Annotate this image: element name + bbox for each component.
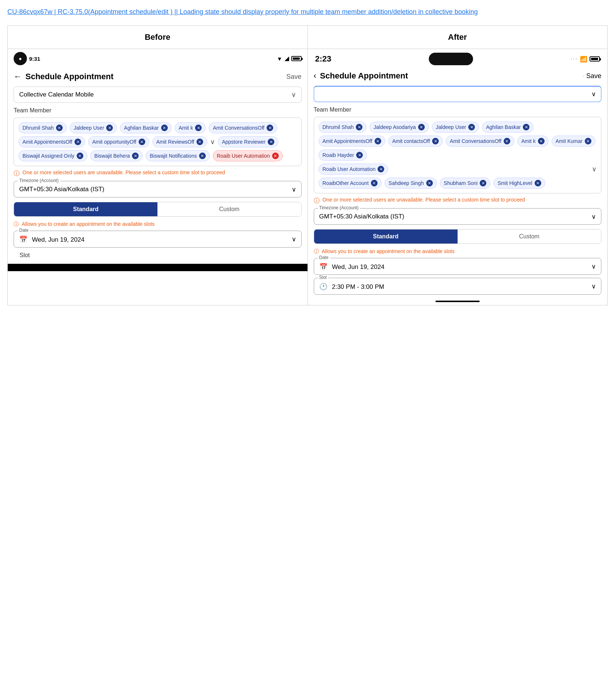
after-chip-roaib-other[interactable]: RoaibOther Account ✕ xyxy=(319,178,382,189)
after-chip-jaldeep-asodariya[interactable]: Jaldeep Asodariya ✕ xyxy=(369,122,428,133)
after-chip-close-amit-appt[interactable]: ✕ xyxy=(375,138,381,144)
after-save-button[interactable]: · Save xyxy=(583,72,601,80)
after-chip-close-jaldeep-asodariya[interactable]: ✕ xyxy=(418,124,425,130)
after-team-expand[interactable]: ∨ xyxy=(592,165,597,173)
before-chip-aghilan[interactable]: Aghilan Baskar ✕ xyxy=(120,122,171,133)
after-date-field[interactable]: Date 📅 Wed, Jun 19, 2024 ∨ xyxy=(314,258,602,275)
after-custom-button[interactable]: Custom xyxy=(458,230,601,244)
after-panel: After 2:23 ··· 📶 ‹ Schedule Appointmen xyxy=(308,26,608,305)
after-chip-label-shubham: Shubham Soni xyxy=(444,180,478,186)
before-avatar: ● xyxy=(14,52,27,65)
after-chip-close-roaib-other[interactable]: ✕ xyxy=(371,180,378,186)
after-chip-close-smit[interactable]: ✕ xyxy=(535,180,541,186)
before-status-bar: ● 9:31 ▼ ◢ xyxy=(8,49,308,68)
before-chip-close-amit-appt[interactable]: ✕ xyxy=(74,139,81,145)
after-chip-amit-contacts[interactable]: Amit contactsOff ✕ xyxy=(388,136,443,147)
after-team-member-label: Team Member xyxy=(308,105,608,115)
before-chip-close-appstore[interactable]: ✕ xyxy=(268,139,274,145)
before-chip-amit-appt[interactable]: Amit AppointmentsOff ✕ xyxy=(18,136,85,147)
before-chip-roaib-error[interactable]: Roaib User Automation ✕ xyxy=(213,150,283,161)
after-chip-shubham[interactable]: Shubham Soni ✕ xyxy=(440,178,491,189)
before-timezone-field[interactable]: Timezone (Account) GMT+05:30 Asia/Kolkat… xyxy=(14,181,302,197)
after-chip-label-aghilan: Aghilan Baskar xyxy=(486,124,521,130)
after-home-indicator xyxy=(435,301,480,302)
before-chip-close-amit-opp[interactable]: ✕ xyxy=(139,139,145,145)
after-app-header: ‹ Schedule Appointment · Save xyxy=(308,67,608,84)
before-chip-amit-opp[interactable]: Amit opportunityOff ✕ xyxy=(88,136,149,147)
after-chip-roaib-automation[interactable]: Roaib User Automation ✕ xyxy=(319,164,389,175)
after-chip-amit-conv[interactable]: Amit ConversationsOff ✕ xyxy=(446,136,514,147)
after-chip-label-roaib-automation: Roaib User Automation xyxy=(323,166,376,172)
after-chip-close-amit-contacts[interactable]: ✕ xyxy=(432,138,439,144)
after-chip-close-amit-kumar[interactable]: ✕ xyxy=(585,138,591,144)
before-team-expand[interactable]: ∨ xyxy=(210,138,215,146)
after-chip-dhrumil[interactable]: Dhrumil Shah ✕ xyxy=(319,122,367,133)
after-timezone-field[interactable]: Timezone (Account) GMT+05:30 Asia/Kolkat… xyxy=(314,208,602,225)
after-chip-aghilan[interactable]: Aghilan Baskar ✕ xyxy=(482,122,534,133)
after-warning-text: One or more selected users are unavailab… xyxy=(323,196,525,204)
after-back-arrow[interactable]: ‹ xyxy=(314,71,316,81)
before-toggle-row: Standard Custom xyxy=(14,202,302,217)
before-chip-label-biswajit-notif: Biswajit Notifications xyxy=(150,153,197,159)
before-chip-close-jaldeep[interactable]: ✕ xyxy=(106,125,113,131)
issue-link[interactable]: CU-86cvqx67w | RC-3.75.0(Appointment sch… xyxy=(7,7,608,17)
before-save-button[interactable]: Save xyxy=(286,73,301,81)
before-chip-biswajit-assigned[interactable]: Biswajit Assigned Only ✕ xyxy=(18,150,87,161)
after-slot-field[interactable]: Slot 🕐 2:30 PM - 3:00 PM ∨ xyxy=(314,278,602,295)
before-chip-close-biswajit-assigned[interactable]: ✕ xyxy=(77,153,83,159)
after-calendar-icon: 📅 xyxy=(319,263,327,270)
after-chip-jaldeep-user[interactable]: Jaldeep User ✕ xyxy=(432,122,479,133)
before-chip-jaldeep-user[interactable]: Jaldeep User ✕ xyxy=(70,122,117,133)
after-chip-close-aghilan[interactable]: ✕ xyxy=(523,124,529,130)
before-team-box: Dhrumil Shah ✕ Jaldeep User ✕ Aghilan Ba… xyxy=(14,118,302,166)
after-calendar-dropdown[interactable]: ∨ xyxy=(314,86,602,102)
before-chip-dhrumil-shah[interactable]: Dhrumil Shah ✕ xyxy=(18,122,67,133)
after-chip-sahdeep[interactable]: Sahdeep Singh ✕ xyxy=(385,178,437,189)
before-chip-close-amit-k[interactable]: ✕ xyxy=(195,125,202,131)
after-chip-close-amit-conv[interactable]: ✕ xyxy=(504,138,510,144)
before-chip-biswajit-notif[interactable]: Biswajit Notifications ✕ xyxy=(146,150,210,161)
before-date-field[interactable]: Date 📅 Wed, Jun 19, 2024 ∨ xyxy=(14,231,302,248)
after-chip-amit-k[interactable]: Amit k ✕ xyxy=(517,136,549,147)
before-chip-label-amit-opp: Amit opportunityOff xyxy=(92,139,136,145)
after-chip-close-dhrumil[interactable]: ✕ xyxy=(356,124,362,130)
before-standard-button[interactable]: Standard xyxy=(14,202,157,216)
before-chip-close-biswajit-behera[interactable]: ✕ xyxy=(132,153,139,159)
after-timezone-value: GMT+05:30 Asia/Kolkata (IST) xyxy=(319,213,404,220)
after-bottom-bar xyxy=(308,298,608,305)
before-chip-close-roaib-error[interactable]: ✕ xyxy=(272,153,279,159)
after-chip-smit[interactable]: Smit HighLevel ✕ xyxy=(493,178,545,189)
before-chip-close-amit-rev[interactable]: ✕ xyxy=(197,139,203,145)
after-chip-close-jaldeep-user[interactable]: ✕ xyxy=(468,124,475,130)
before-chip-label-amit-rev: Amit ReviewsOff xyxy=(156,139,194,145)
after-chip-label-roaib-hayder: Roaib Hayder xyxy=(323,152,354,158)
before-chip-amit-k[interactable]: Amit k ✕ xyxy=(175,122,206,133)
before-chip-amit-rev[interactable]: Amit ReviewsOff ✕ xyxy=(152,136,207,147)
after-chip-close-sahdeep[interactable]: ✕ xyxy=(426,180,433,186)
before-chip-close-aghilan[interactable]: ✕ xyxy=(161,125,168,131)
after-chip-roaib-hayder[interactable]: Roaib Hayder ✕ xyxy=(319,150,367,161)
before-chip-close-amit-conv[interactable]: ✕ xyxy=(267,125,273,131)
after-battery-icon xyxy=(590,56,600,62)
after-chip-close-shubham[interactable]: ✕ xyxy=(480,180,486,186)
before-chip-biswajit-behera[interactable]: Biswajit Behera ✕ xyxy=(90,150,143,161)
before-chip-close-biswajit-notif[interactable]: ✕ xyxy=(199,153,206,159)
before-status-time: 9:31 xyxy=(29,56,40,62)
after-status-icons: ··· 📶 xyxy=(571,56,600,63)
after-standard-button[interactable]: Standard xyxy=(314,230,458,244)
before-custom-button[interactable]: Custom xyxy=(157,202,301,216)
after-chip-amit-kumar[interactable]: Amit Kumar ✕ xyxy=(552,136,595,147)
before-chip-amit-conv[interactable]: Amit ConversationsOff ✕ xyxy=(209,122,277,133)
before-chip-close-dhrumil[interactable]: ✕ xyxy=(56,125,63,131)
before-calendar-icon: 📅 xyxy=(19,236,27,243)
after-chip-amit-appt[interactable]: Amit AppointmentsOff ✕ xyxy=(319,136,385,147)
before-back-arrow[interactable]: ← xyxy=(14,72,22,81)
before-chip-label-amit-appt: Amit AppointmentsOff xyxy=(22,139,72,145)
before-app-title: Schedule Appointment xyxy=(25,72,114,81)
before-calendar-dropdown[interactable]: Collective Calendar Mobile ∨ xyxy=(14,87,302,103)
after-chip-close-roaib-automation[interactable]: ✕ xyxy=(378,166,384,172)
before-chip-appstore[interactable]: Appstore Reviewer ✕ xyxy=(218,136,278,147)
after-warning: ⓘ One or more selected users are unavail… xyxy=(314,196,602,205)
after-chip-close-roaib-hayder[interactable]: ✕ xyxy=(356,152,363,158)
after-chip-close-amit-k[interactable]: ✕ xyxy=(538,138,545,144)
